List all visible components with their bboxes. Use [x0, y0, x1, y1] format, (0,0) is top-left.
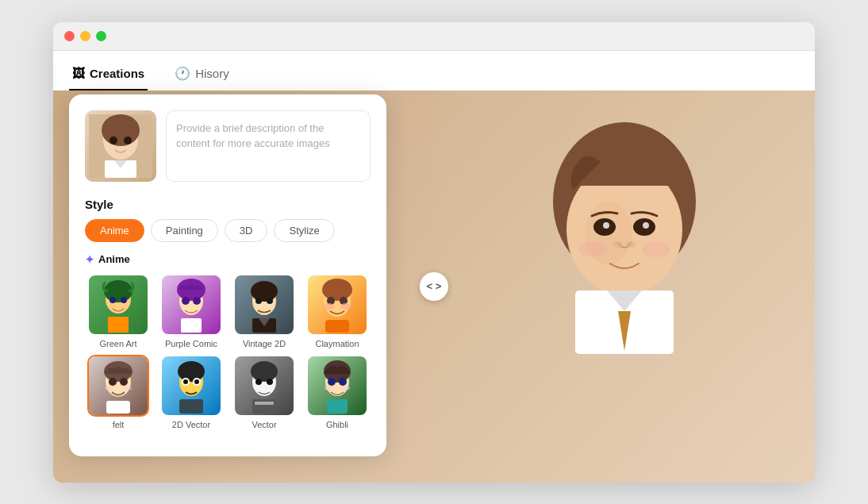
svg-rect-65 — [252, 399, 276, 414]
svg-rect-60 — [179, 399, 203, 414]
svg-point-44 — [323, 303, 334, 310]
svg-point-72 — [340, 386, 350, 391]
description-input[interactable]: Provide a brief description of the conte… — [166, 110, 371, 182]
input-row: Provide a brief description of the conte… — [85, 110, 371, 182]
browser-content: 🖼 Creations 🕐 Hisory — [53, 51, 815, 483]
svg-point-13 — [643, 222, 649, 229]
svg-rect-73 — [327, 399, 348, 414]
svg-rect-53 — [106, 401, 130, 414]
style-card-label-purple-comic: Purple Comic — [165, 339, 217, 348]
divider-arrows: < > — [427, 280, 442, 292]
svg-point-37 — [255, 298, 262, 304]
svg-point-16 — [578, 241, 607, 257]
svg-point-22 — [109, 137, 117, 144]
image-right — [434, 90, 815, 483]
svg-point-69 — [328, 378, 336, 386]
svg-point-49 — [109, 378, 117, 386]
svg-point-62 — [251, 361, 278, 382]
avatar-portrait-svg — [89, 114, 152, 178]
svg-point-33 — [193, 297, 201, 305]
svg-rect-34 — [181, 318, 202, 333]
style-card-vintage-2d[interactable]: Vintage 2D — [231, 274, 298, 348]
svg-point-32 — [182, 297, 190, 305]
svg-point-51 — [105, 386, 114, 391]
svg-point-50 — [120, 378, 128, 386]
svg-point-12 — [603, 222, 609, 229]
style-card-label-vector: Vector — [252, 420, 276, 429]
minimize-button[interactable] — [80, 31, 90, 41]
style-card-green-art[interactable]: Green Art — [85, 274, 152, 348]
svg-point-45 — [340, 303, 351, 310]
style-card-claymation[interactable]: Claymation — [304, 274, 371, 348]
style-card-felt[interactable]: felt — [85, 355, 152, 429]
creations-icon: 🖼 — [72, 67, 85, 81]
svg-point-64 — [267, 379, 273, 385]
style-card-label-ghibli: Ghibli — [326, 420, 348, 429]
tab-creations[interactable]: 🖼 Creations — [69, 59, 148, 90]
style-card-label-green-art: Green Art — [99, 339, 136, 348]
left-panel: Provide a brief description of the conte… — [69, 94, 386, 456]
svg-rect-66 — [255, 402, 274, 405]
close-button[interactable] — [64, 31, 75, 41]
style-card-img-vintage-2d — [233, 274, 295, 336]
style-card-label-claymation: Claymation — [315, 339, 359, 348]
tab-history-label: Hisory — [195, 67, 229, 80]
svg-point-41 — [322, 279, 352, 301]
style-grid: Green Art — [85, 274, 371, 429]
svg-point-17 — [642, 241, 670, 257]
star-icon: ✦ — [85, 253, 94, 266]
browser-titlebar — [53, 22, 815, 51]
style-card-label-vintage-2d: Vintage 2D — [243, 339, 286, 348]
style-card-img-vector — [233, 355, 295, 417]
style-card-purple-comic[interactable]: Purple Comic — [158, 274, 225, 348]
style-card-img-ghibli — [306, 355, 368, 417]
svg-point-63 — [255, 379, 262, 385]
svg-point-70 — [339, 378, 347, 386]
style-card-ghibli[interactable]: Ghibli — [304, 355, 371, 429]
style-card-label-2d-vector: 2D Vector — [172, 420, 210, 429]
subsection-label: ✦ Anime — [85, 253, 371, 266]
svg-rect-29 — [108, 317, 129, 333]
divider-handle[interactable]: < > — [420, 272, 448, 301]
svg-rect-46 — [325, 320, 349, 333]
tabs-bar: 🖼 Creations 🕐 Hisory — [53, 51, 815, 90]
svg-point-14 — [613, 241, 623, 248]
style-tab-3d[interactable]: 3D — [225, 219, 268, 242]
style-card-img-purple-comic — [160, 274, 222, 336]
svg-point-52 — [122, 386, 132, 391]
style-card-img-claymation — [306, 274, 368, 336]
style-card-label-felt: felt — [113, 420, 125, 429]
svg-point-23 — [124, 137, 132, 144]
subsection-text: Anime — [98, 253, 130, 265]
svg-point-27 — [109, 297, 116, 303]
description-placeholder: Provide a brief description of the conte… — [176, 121, 360, 152]
svg-point-58 — [183, 379, 188, 384]
svg-point-15 — [626, 241, 636, 248]
svg-point-38 — [267, 298, 273, 304]
svg-point-55 — [178, 361, 205, 382]
style-label: Style — [85, 198, 371, 211]
main-panel: 🖼 Creations 🕐 Hisory — [53, 51, 815, 483]
svg-point-26 — [104, 280, 133, 302]
style-card-img-felt — [87, 355, 149, 417]
history-icon: 🕐 — [175, 66, 190, 81]
style-card-img-2d-vector — [160, 355, 222, 417]
svg-point-59 — [194, 379, 199, 384]
avatar-thumbnail — [85, 110, 156, 182]
style-section: Style Anime Painting 3D Stylize ✦ Anime — [85, 198, 371, 429]
maximize-button[interactable] — [96, 31, 106, 41]
style-card-img-green-art — [87, 274, 149, 336]
tab-history[interactable]: 🕐 Hisory — [171, 58, 232, 90]
svg-point-28 — [121, 297, 127, 303]
style-tab-anime[interactable]: Anime — [85, 219, 144, 242]
style-card-2d-vector[interactable]: 2D Vector — [158, 355, 225, 429]
style-tab-stylize[interactable]: Stylize — [274, 219, 334, 242]
tab-creations-label: Creations — [90, 67, 144, 80]
style-tab-painting[interactable]: Painting — [151, 219, 218, 242]
style-tabs: Anime Painting 3D Stylize — [85, 219, 371, 242]
realistic-face-svg — [521, 98, 728, 416]
browser-window: 🖼 Creations 🕐 Hisory — [53, 22, 815, 483]
style-card-vector[interactable]: Vector — [231, 355, 298, 429]
svg-point-36 — [251, 281, 278, 302]
svg-point-71 — [325, 386, 334, 391]
